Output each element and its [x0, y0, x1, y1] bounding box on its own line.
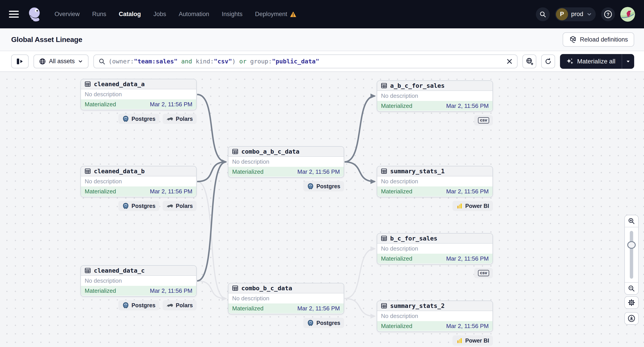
download-image-button[interactable]	[624, 312, 639, 325]
polars-icon	[166, 204, 174, 208]
asset-description: No description	[228, 293, 344, 304]
asset-node-header[interactable]: summary_stats_2	[377, 301, 492, 311]
zoom-out-icon	[628, 285, 635, 292]
asset-node-header[interactable]: b_c_for_sales	[377, 234, 492, 244]
postgres-icon	[122, 115, 129, 122]
caret-down-icon	[626, 59, 630, 64]
materialization-timestamp[interactable]: Mar 2, 11:56 PM	[446, 255, 489, 262]
asset-scope-dropdown[interactable]: All assets	[34, 54, 88, 68]
asset-description: No description	[377, 311, 492, 321]
globe-add-icon	[525, 57, 534, 65]
kind-tag-label: Postgres	[132, 116, 156, 122]
asset-name: cleaned_data_a	[94, 81, 145, 87]
asset-node-summary_stats_2[interactable]: summary_stats_2No descriptionMaterialize…	[377, 301, 493, 332]
nav-item-insights[interactable]: Insights	[222, 11, 242, 18]
kind-tag-label: Polars	[176, 116, 193, 122]
asset-node-header[interactable]: cleaned_data_c	[81, 266, 196, 276]
hamburger-menu-icon[interactable]	[9, 11, 19, 18]
deployment-switcher[interactable]: P prod	[555, 7, 596, 21]
zoom-slider-track[interactable]	[630, 231, 633, 279]
zoom-out-button[interactable]	[625, 282, 638, 294]
materialization-timestamp[interactable]: Mar 2, 11:56 PM	[298, 168, 340, 175]
refresh-button[interactable]	[541, 54, 555, 68]
kind-tag-power-bi[interactable]: Power BI	[452, 336, 493, 346]
materialization-timestamp[interactable]: Mar 2, 11:56 PM	[446, 102, 489, 109]
nav-item-jobs[interactable]: Jobs	[154, 11, 166, 18]
asset-node-header[interactable]: summary_stats_1	[377, 166, 492, 176]
materialized-status: Materialized	[381, 102, 412, 109]
kind-tag-postgres[interactable]: Postgres	[303, 181, 344, 191]
search-query[interactable]: (owner:"team:sales" and kind:"csv") or g…	[108, 58, 319, 65]
kind-tag-polars[interactable]: Polars	[163, 201, 197, 211]
kind-tag-postgres[interactable]: Postgres	[118, 201, 159, 211]
lineage-edge-cleaned_data_a-to-combo_a_b_c_data	[197, 94, 226, 162]
materialization-timestamp[interactable]: Mar 2, 11:56 PM	[446, 188, 489, 195]
asset-node-combo_b_c_data[interactable]: combo_b_c_dataNo descriptionMaterialized…	[228, 283, 344, 314]
kind-tag-power-bi[interactable]: Power BI	[452, 201, 493, 211]
dagster-logo-icon[interactable]	[27, 6, 43, 22]
materialized-status: Materialized	[85, 101, 116, 108]
kind-tag-postgres[interactable]: Postgres	[118, 300, 159, 310]
powerbi-icon	[456, 203, 463, 209]
materialized-status: Materialized	[232, 168, 264, 175]
sparkle-icon	[566, 58, 574, 65]
lineage-graph-canvas[interactable]: cleaned_data_aNo descriptionMaterialized…	[0, 72, 644, 347]
reload-definitions-button[interactable]: Reload definitions	[563, 32, 634, 47]
nav-links: OverviewRunsCatalogJobsAutomationInsight…	[54, 11, 296, 18]
user-avatar[interactable]	[620, 7, 635, 22]
materialize-options-caret[interactable]	[622, 54, 634, 69]
powerbi-icon	[456, 338, 463, 344]
nav-item-overview[interactable]: Overview	[54, 11, 80, 18]
materialize-all-main[interactable]: Materialize all	[560, 54, 622, 69]
materialization-timestamp[interactable]: Mar 2, 11:56 PM	[150, 287, 192, 294]
asset-search-input[interactable]: (owner:"team:sales" and kind:"csv") or g…	[94, 54, 518, 68]
asset-node-b_c_for_sales[interactable]: b_c_for_salesNo descriptionMaterializedM…	[377, 233, 493, 264]
asset-description: No description	[228, 157, 344, 167]
open-sidebar-button[interactable]	[11, 54, 28, 68]
materialization-timestamp[interactable]: Mar 2, 11:56 PM	[446, 323, 489, 330]
table-icon	[381, 82, 387, 89]
materialize-all-button[interactable]: Materialize all	[560, 54, 634, 69]
postgres-icon	[122, 302, 129, 309]
asset-node-a_b_c_for_sales[interactable]: a_b_c_for_salesNo descriptionMaterialize…	[377, 80, 493, 112]
help-button[interactable]: ?	[601, 7, 615, 21]
asset-status-row: MaterializedMar 2, 11:56 PM	[81, 286, 196, 296]
panel-open-icon	[16, 57, 24, 66]
materialization-timestamp[interactable]: Mar 2, 11:56 PM	[298, 305, 340, 312]
kind-tag-csv[interactable]: csv	[474, 268, 493, 278]
asset-node-header[interactable]: a_b_c_for_sales	[377, 81, 492, 91]
kind-tag-postgres[interactable]: Postgres	[303, 318, 344, 328]
materialized-status: Materialized	[381, 323, 412, 330]
search-button[interactable]	[536, 7, 550, 21]
materialization-timestamp[interactable]: Mar 2, 11:56 PM	[150, 188, 192, 195]
asset-node-header[interactable]: cleaned_data_a	[81, 79, 196, 89]
clear-search-icon[interactable]	[506, 57, 514, 65]
asset-node-cleaned_data_b[interactable]: cleaned_data_bNo descriptionMaterialized…	[80, 166, 197, 197]
kind-tag-csv[interactable]: csv	[474, 115, 493, 125]
kind-tag-polars[interactable]: Polars	[163, 114, 197, 124]
asset-node-summary_stats_1[interactable]: summary_stats_1No descriptionMaterialize…	[377, 166, 493, 197]
asset-node-header[interactable]: combo_b_c_data	[228, 283, 344, 293]
asset-node-header[interactable]: cleaned_data_b	[81, 166, 196, 176]
query-segment-plain: (owner:	[108, 58, 134, 65]
zoom-in-button[interactable]	[625, 215, 638, 227]
filter-to-selection-button[interactable]	[522, 54, 536, 68]
materialization-timestamp[interactable]: Mar 2, 11:56 PM	[150, 101, 192, 108]
graph-settings-button[interactable]	[624, 296, 639, 309]
zoom-slider[interactable]	[625, 227, 638, 282]
nav-item-catalog[interactable]: Catalog	[119, 11, 141, 18]
asset-node-header[interactable]: combo_a_b_c_data	[228, 147, 344, 157]
nav-item-runs[interactable]: Runs	[92, 11, 106, 18]
asset-node-combo_a_b_c_data[interactable]: combo_a_b_c_dataNo descriptionMaterializ…	[228, 146, 344, 178]
nav-item-automation[interactable]: Automation	[179, 11, 210, 18]
query-segment-value: "team:sales"	[134, 58, 178, 65]
kind-tag-label: Power BI	[465, 203, 489, 209]
kind-tag-polars[interactable]: Polars	[163, 300, 197, 310]
csv-icon: csv	[478, 117, 489, 123]
kind-tag-postgres[interactable]: Postgres	[118, 114, 159, 124]
asset-node-cleaned_data_a[interactable]: cleaned_data_aNo descriptionMaterialized…	[80, 79, 197, 110]
asset-name: combo_b_c_data	[241, 285, 292, 292]
zoom-slider-thumb[interactable]	[627, 241, 636, 249]
nav-item-deployment[interactable]: Deployment	[255, 11, 296, 18]
asset-node-cleaned_data_c[interactable]: cleaned_data_cNo descriptionMaterialized…	[80, 265, 197, 297]
